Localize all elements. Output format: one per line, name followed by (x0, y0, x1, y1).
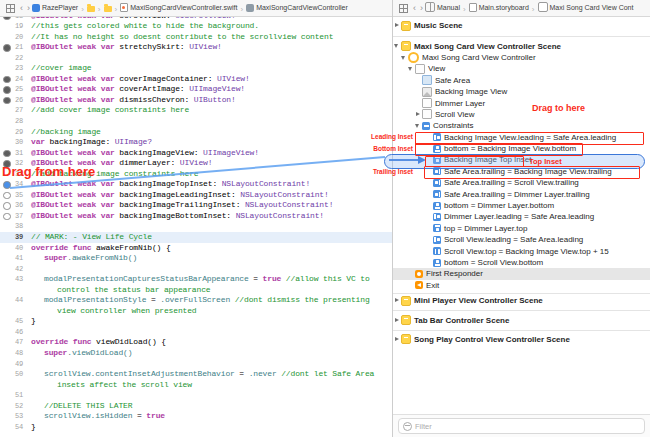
code-line[interactable]: 21@IBOutlet weak var stretchySkirt: UIVi… (0, 42, 392, 53)
code-line[interactable]: 34@IBOutlet weak var backingImageTopInse… (0, 179, 392, 190)
outline-row[interactable]: Dimmer Layer.leading = Safe Area.leading (393, 211, 650, 222)
outlet-connector[interactable] (3, 97, 11, 105)
disclosure-triangle[interactable] (394, 334, 401, 345)
disclosure-triangle[interactable] (394, 295, 401, 306)
outlet-connector[interactable] (3, 181, 11, 189)
outline-row[interactable]: First Responder (393, 268, 650, 279)
code-line[interactable]: 50scrollView.contentInsetAdjustmentBehav… (0, 369, 392, 380)
outline-row[interactable]: bottom = Dimmer Layer.bottom (393, 200, 650, 211)
code-line[interactable]: 43modalPresentationCapturesStatusBarAppe… (0, 274, 392, 285)
outline-row[interactable]: Maxi Song Card View Controller Scene (393, 40, 650, 51)
outline-row[interactable]: bottom = Scroll View.bottom (393, 257, 650, 268)
breadcrumb-item[interactable] (87, 4, 95, 12)
outlet-connector[interactable] (3, 202, 11, 210)
filter-input[interactable]: Filter (398, 418, 645, 434)
code-line[interactable]: 35@IBOutlet weak var backingImageLeading… (0, 190, 392, 201)
code-line[interactable]: 28 (0, 116, 392, 127)
code-line[interactable]: 29//backing image (0, 127, 392, 138)
outlet-connector[interactable] (3, 44, 11, 52)
code-line[interactable]: control the status bar appearance (0, 285, 392, 296)
code-line[interactable]: 40override func awakeFromNib() { (0, 243, 392, 254)
code-line[interactable]: 19//this gets colored white to hide the … (0, 21, 392, 32)
code-editor[interactable]: 18@IBOutlet weak var scrollView: UIScrol… (0, 17, 392, 437)
code-line[interactable]: 24@IBOutlet weak var coverImageContainer… (0, 74, 392, 85)
disclosure-triangle[interactable] (394, 20, 401, 31)
disclosure-triangle[interactable] (394, 314, 401, 325)
code-line[interactable]: 38 (0, 221, 392, 232)
outline-row[interactable]: Song Play Control View Controller Scene (393, 334, 650, 345)
outline-row[interactable]: Mini Player View Controller Scene (393, 295, 650, 306)
outlet-connector[interactable] (3, 86, 11, 94)
code-line[interactable]: 30var backingImage: UIImage? (0, 137, 392, 148)
code-line[interactable]: 42 (0, 264, 392, 275)
code-line[interactable]: 37@IBOutlet weak var backingImageBottomI… (0, 211, 392, 222)
code-line[interactable]: 39// MARK: - View Life Cycle (0, 232, 392, 243)
outline-row[interactable]: Scroll View.top = Backing Image View.top… (393, 245, 650, 256)
code-line[interactable]: 27//add cover image constraints here (0, 105, 392, 116)
outline-row[interactable]: bottom = Backing Image View.bottom (393, 143, 650, 154)
back-button[interactable]: ‹ (20, 1, 23, 15)
breadcrumb-item[interactable]: MaxiSongCardViewController (246, 4, 348, 12)
code-line[interactable]: insets affect the scroll view (0, 380, 392, 391)
code-line[interactable]: 32@IBOutlet weak var dimmerLayer: UIView… (0, 158, 392, 169)
outline-row[interactable]: Dimmer Layer (393, 97, 650, 108)
outline-row[interactable]: Safe Area.trailing = Dimmer Layer.traili… (393, 188, 650, 199)
code-line[interactable]: 52//DELETE THIS LATER (0, 401, 392, 412)
code-line[interactable]: 44modalPresentationStyle = .overFullScre… (0, 295, 392, 306)
code-line[interactable]: 31@IBOutlet weak var backingImageView: U… (0, 148, 392, 159)
code-line[interactable]: view controller when presented (0, 306, 392, 317)
code-line[interactable]: 33//add backing image constraints here (0, 169, 392, 180)
disclosure-triangle[interactable] (408, 63, 415, 74)
disclosure-triangle[interactable] (394, 40, 401, 51)
code-line[interactable]: 54} (0, 422, 392, 433)
outlet-connector[interactable] (3, 76, 11, 84)
outline-row[interactable]: Scroll View (393, 109, 650, 120)
outline-row[interactable]: Tab Bar Controller Scene (393, 314, 650, 325)
breadcrumb-item[interactable]: MaxiSongCardViewController.swift (120, 3, 237, 12)
code-line[interactable]: 51 (0, 390, 392, 401)
outline-row[interactable]: Backing Image View.leading = Safe Area.l… (393, 132, 650, 143)
code-line[interactable]: 22 (0, 53, 392, 64)
code-line[interactable]: 45} (0, 316, 392, 327)
breadcrumb-item[interactable]: RazePlayer (32, 4, 78, 12)
code-line[interactable]: 41super.awakeFromNib() (0, 253, 392, 264)
outline-row[interactable]: Exit (393, 280, 650, 291)
outline-row[interactable]: Safe Area (393, 75, 650, 86)
code-line[interactable]: 49 (0, 359, 392, 370)
code-line[interactable]: 36@IBOutlet weak var backingImageTrailin… (0, 200, 392, 211)
outline-row[interactable]: Backing Image Top Inset (393, 154, 650, 165)
related-items-icon[interactable] (399, 4, 408, 13)
disclosure-triangle[interactable] (401, 52, 408, 63)
outline-row[interactable]: Maxi Song Card View Controller (393, 52, 650, 63)
code-line[interactable]: 20//It has no height so doesnt contribut… (0, 32, 392, 43)
outlet-connector[interactable] (3, 17, 11, 20)
outlet-connector[interactable] (3, 150, 11, 158)
outline-row[interactable]: Safe Area.trailing = Scroll View.trailin… (393, 177, 650, 188)
outline-row[interactable]: Scroll View.leading = Safe Area.leading (393, 234, 650, 245)
outline-row[interactable]: top = Dimmer Layer.top (393, 223, 650, 234)
breadcrumb-item[interactable]: Maxi Song Card View Cont (538, 2, 634, 12)
outline-row[interactable]: Music Scene (393, 20, 650, 31)
outlet-connector[interactable] (3, 160, 11, 168)
forward-button[interactable]: › (420, 1, 423, 15)
related-items-icon[interactable] (6, 4, 15, 13)
code-line[interactable]: 47override func viewDidLoad() { (0, 337, 392, 348)
code-line[interactable]: 25@IBOutlet weak var coverArtImage: UIIm… (0, 84, 392, 95)
code-line[interactable]: 23//cover image (0, 63, 392, 74)
outlet-connector[interactable] (3, 213, 11, 221)
back-button[interactable]: ‹ (413, 1, 416, 15)
disclosure-triangle[interactable] (415, 120, 422, 131)
outline-row[interactable]: Backing Image View (393, 86, 650, 97)
outline-row[interactable]: Constraints (393, 120, 650, 131)
outline-row[interactable]: View (393, 63, 650, 74)
breadcrumb-item[interactable]: Main.storyboard (469, 3, 529, 12)
breadcrumb-item[interactable] (104, 4, 112, 12)
breadcrumb-item[interactable]: Manual (425, 2, 460, 12)
code-line[interactable]: 46 (0, 327, 392, 338)
code-line[interactable]: 53scrollView.isHidden = true (0, 411, 392, 422)
disclosure-triangle[interactable] (415, 109, 422, 120)
outlet-connector[interactable] (3, 192, 11, 200)
outline-row[interactable]: Safe Area.trailing = Backing Image View.… (393, 166, 650, 177)
code-line[interactable]: 48super.viewDidLoad() (0, 348, 392, 359)
code-line[interactable]: 26@IBOutlet weak var dismissChevron: UIB… (0, 95, 392, 106)
